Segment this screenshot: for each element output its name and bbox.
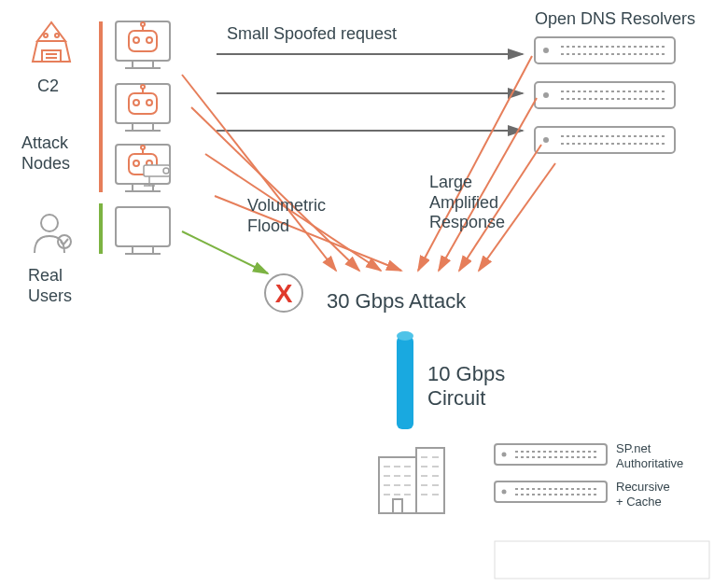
amplified-line3: Response (429, 213, 505, 231)
svg-point-88 (502, 490, 507, 495)
svg-text:X: X (275, 279, 293, 308)
circuit-label: 10 Gbps Circuit (427, 362, 505, 412)
svg-rect-38 (116, 207, 170, 246)
ddos-diagram: X C2 Atta (0, 0, 728, 586)
c2-label: C2 (37, 77, 59, 96)
svg-rect-2 (42, 50, 61, 62)
bot-monitor-2 (116, 84, 170, 131)
recursive-label: Recursive + Cache (616, 480, 670, 509)
dns-resolver-2 (535, 82, 675, 108)
svg-rect-83 (495, 444, 607, 465)
svg-point-51 (543, 137, 549, 143)
authoritative-text: Authoritative (616, 456, 683, 470)
recursive-text: Recursive (616, 480, 670, 494)
attack-bar (99, 21, 103, 192)
user-icon (35, 215, 71, 253)
svg-point-57 (397, 331, 413, 341)
hacker-icon (33, 22, 70, 62)
denied-icon: X (265, 274, 302, 312)
svg-rect-82 (393, 499, 402, 513)
bottom-panel (495, 541, 709, 579)
open-dns-label: Open DNS Resolvers (535, 9, 695, 29)
svg-rect-50 (535, 127, 675, 153)
svg-point-5 (41, 215, 58, 231)
svg-rect-56 (397, 336, 413, 429)
real-users-label: Real Users (28, 266, 72, 306)
user-bar (99, 203, 103, 254)
circuit-icon (397, 331, 413, 429)
dns-resolver-1 (535, 37, 675, 63)
flood-arrow-2 (191, 107, 359, 271)
svg-point-0 (44, 34, 48, 37)
attack-nodes-label: Attack Nodes (21, 133, 70, 174)
attack-nodes-line2: Nodes (21, 154, 70, 173)
svg-rect-42 (535, 37, 675, 63)
bot-monitor-1 (116, 21, 170, 68)
spoofed-request-label: Small Spoofed request (227, 24, 397, 44)
spnet-server-1 (495, 444, 607, 465)
attack-nodes-line1: Attack (21, 133, 68, 152)
svg-point-24 (147, 100, 152, 105)
spnet-text: SP.net (616, 441, 651, 455)
amplified-label: Large Amplified Response (429, 173, 505, 233)
cache-text: + Cache (616, 495, 662, 509)
circuit-line1: 10 Gbps (427, 362, 505, 385)
building-icon (379, 448, 444, 513)
dns-resolver-3 (535, 127, 675, 153)
real-users-line2: Users (28, 286, 72, 305)
user-monitor (116, 207, 170, 254)
svg-point-15 (147, 37, 152, 43)
volumetric-label: Volumetric Flood (247, 196, 326, 236)
amp-arrow-1 (418, 56, 532, 271)
svg-point-14 (133, 37, 139, 43)
attack-label: 30 Gbps Attack (327, 289, 466, 314)
svg-point-47 (543, 92, 549, 98)
svg-point-32 (133, 160, 139, 166)
svg-point-13 (141, 22, 145, 26)
amplified-line1: Large (429, 173, 472, 191)
user-arrow (182, 231, 268, 273)
svg-point-84 (502, 453, 507, 457)
svg-rect-87 (495, 481, 607, 502)
volumetric-line1: Volumetric (247, 196, 326, 215)
svg-point-31 (141, 146, 145, 149)
spnet-server-2 (495, 481, 607, 502)
svg-point-22 (141, 85, 145, 89)
svg-point-1 (55, 34, 59, 37)
svg-point-43 (543, 48, 549, 53)
bot-monitor-3 (116, 145, 170, 191)
svg-rect-59 (416, 448, 444, 513)
svg-point-35 (163, 168, 169, 174)
spnet-label: SP.net Authoritative (616, 441, 683, 470)
circuit-line2: Circuit (427, 386, 485, 410)
volumetric-line2: Flood (247, 216, 289, 235)
real-users-line1: Real (28, 266, 63, 285)
svg-rect-46 (535, 82, 675, 108)
amplified-line2: Amplified (429, 193, 498, 212)
svg-point-23 (133, 100, 139, 105)
